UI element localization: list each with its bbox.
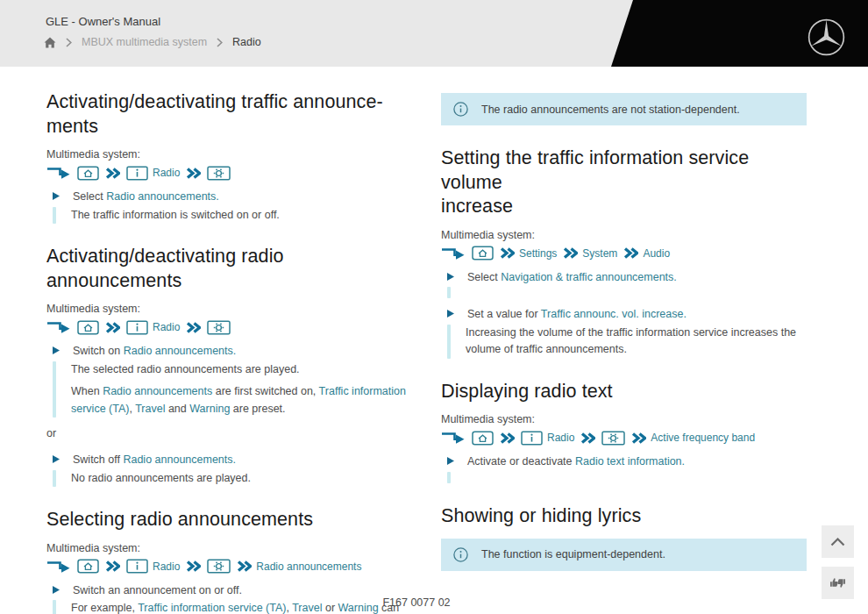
- result-paragraph: Increasing the volume of the traffic inf…: [466, 325, 807, 359]
- info-key-icon: [126, 559, 148, 574]
- info-note: The function is equipment-dependent.: [441, 539, 807, 571]
- text-segment: Increasing the volume of the traffic inf…: [466, 326, 796, 355]
- section-heading: Activating/deactivating traffic announce…: [46, 90, 383, 139]
- result-text: No radio announcements are played.: [71, 470, 251, 487]
- step-result: No radio announcements are played.: [46, 470, 409, 487]
- result-paragraph: No radio announcements are played.: [71, 470, 251, 487]
- menu-path-label: Radio: [153, 167, 180, 179]
- instruction-step: Set a value for Traffic announc. vol. in…: [441, 306, 807, 323]
- ui-term: Navigation & traffic announcements.: [501, 271, 677, 283]
- text-segment: No radio announcements are played.: [71, 472, 251, 484]
- double-chevron-icon: [623, 247, 638, 259]
- multimedia-system-label: Multimedia system:: [46, 542, 409, 554]
- breadcrumb: MBUX multimedia system Radio: [44, 36, 261, 48]
- instruction-text: Select Radio announcements.: [73, 189, 219, 205]
- scroll-to-top-button[interactable]: [822, 525, 854, 558]
- instruction-text: Select Navigation & traffic announcement…: [467, 269, 677, 286]
- info-key-icon: [126, 166, 148, 181]
- info-circle-icon: [453, 102, 468, 117]
- info-note: The radio announcements are not station-…: [441, 93, 807, 125]
- manual-title: GLE - Owner's Manual: [46, 15, 160, 28]
- instruction-step: Switch off Radio announcements.: [46, 452, 409, 468]
- ui-term: Warning: [189, 403, 230, 415]
- result-accent-bar: [53, 361, 56, 418]
- result-text: The selected radio announcements are pla…: [71, 361, 409, 418]
- ui-term: Traffic announc. vol. increase.: [541, 308, 687, 320]
- result-accent-bar: [447, 287, 451, 298]
- menu-path-label: Radio: [153, 321, 180, 333]
- breadcrumb-separator-icon: [66, 38, 72, 47]
- result-paragraph: The traffic information is switched on o…: [71, 207, 280, 224]
- mercedes-star-icon: [807, 18, 846, 57]
- step-bullet-icon: [53, 192, 60, 200]
- double-chevron-icon: [186, 560, 201, 572]
- gear-icon: [207, 320, 231, 335]
- text-segment: are first switched on,: [212, 385, 318, 397]
- menu-path: RadioRadio announcements: [46, 559, 409, 575]
- text-segment: When: [71, 385, 103, 397]
- section-heading: Activating/deactivating radio announceme…: [46, 245, 409, 293]
- breadcrumb-item-mbux[interactable]: MBUX multimedia system: [82, 36, 207, 48]
- instruction-text: Set a value for Traffic announc. vol. in…: [467, 306, 687, 323]
- or-divider: or: [46, 427, 409, 439]
- ui-term: Radio announcements.: [124, 345, 237, 357]
- menu-path-label: Radio: [547, 432, 574, 444]
- double-chevron-icon: [500, 432, 515, 444]
- step-result: [441, 287, 807, 298]
- result-text: The traffic information is switched on o…: [71, 207, 280, 224]
- ui-term: Radio announcements.: [106, 190, 219, 203]
- double-chevron-icon: [105, 560, 120, 572]
- menu-path: Radio: [46, 165, 409, 181]
- breadcrumb-item-radio: Radio: [232, 36, 261, 48]
- step-bullet-icon: [53, 346, 60, 354]
- section-heading: Displaying radio text: [441, 380, 613, 404]
- ui-term: Radio announcements: [103, 385, 212, 397]
- info-key-icon: [521, 431, 543, 446]
- info-key-icon: [126, 320, 148, 335]
- text-segment: are preset.: [230, 403, 285, 415]
- instruction-text: Activate or deactivate Radio text inform…: [467, 453, 685, 470]
- info-circle-icon: [453, 547, 468, 562]
- result-accent-bar: [447, 472, 451, 483]
- menu-path-label: Audio: [643, 247, 670, 260]
- home-icon: [472, 246, 494, 261]
- start-arrow-icon: [46, 560, 71, 574]
- step-bullet-icon: [53, 586, 60, 594]
- multimedia-system-label: Multimedia system:: [441, 229, 807, 241]
- text-segment: The selected radio announcements are pla…: [71, 363, 300, 375]
- step-bullet-icon: [447, 457, 454, 465]
- home-icon: [77, 559, 99, 574]
- feedback-thumbs-icon: [829, 576, 846, 589]
- feedback-button[interactable]: [822, 567, 854, 599]
- double-chevron-icon: [631, 432, 646, 444]
- gear-icon: [207, 559, 231, 574]
- gear-icon: [601, 431, 625, 446]
- double-chevron-icon: [105, 322, 120, 333]
- multimedia-system-label: Multimedia system:: [46, 148, 409, 161]
- text-segment: Activate or deactivate: [467, 455, 575, 468]
- double-chevron-icon: [186, 322, 201, 333]
- instruction-text: Switch on Radio announcements.: [73, 343, 236, 360]
- double-chevron-icon: [105, 168, 120, 179]
- result-paragraph: When Radio announcements are first switc…: [71, 383, 409, 418]
- instruction-step: Activate or deactivate Radio text inform…: [441, 453, 807, 470]
- info-note-text: The radio announcements are not station-…: [481, 104, 740, 116]
- multimedia-system-label: Multimedia system:: [441, 413, 807, 425]
- instruction-text: Switch off Radio announcements.: [73, 452, 236, 468]
- chevron-up-icon: [830, 538, 845, 546]
- menu-path-label: Settings: [519, 247, 557, 260]
- text-segment: Select: [467, 271, 501, 283]
- menu-path-label: Radio: [153, 560, 180, 573]
- ui-term: Radio announcements.: [123, 453, 236, 466]
- home-icon[interactable]: [44, 37, 56, 48]
- double-chevron-icon: [580, 432, 595, 444]
- text-segment: Switch on: [73, 345, 124, 357]
- ui-term: Radio text information.: [575, 455, 685, 468]
- result-text: Increasing the volume of the traffic inf…: [466, 325, 807, 359]
- home-icon: [77, 320, 99, 335]
- step-result: The traffic information is switched on o…: [46, 207, 409, 224]
- start-arrow-icon: [46, 320, 71, 334]
- instruction-step: Select Radio announcements.: [46, 189, 409, 205]
- header-black-band: [0, 0, 868, 67]
- start-arrow-icon: [441, 431, 466, 445]
